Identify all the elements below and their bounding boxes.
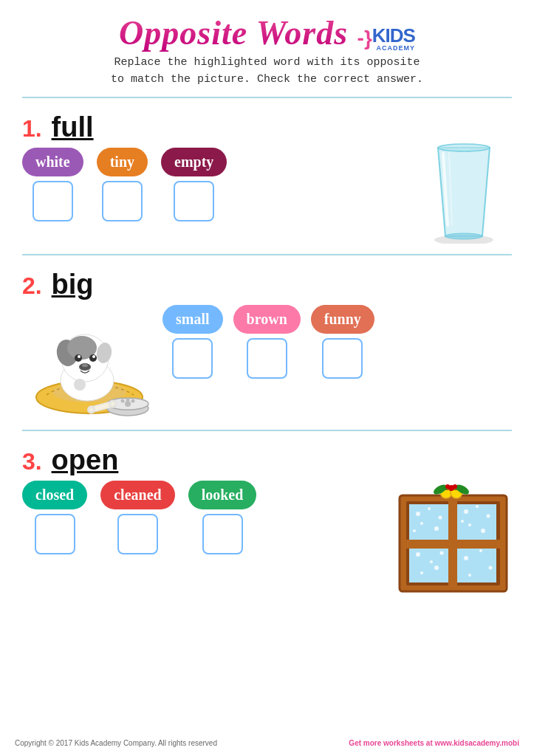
title-row: Opposite Words -} KIDS ACADEMY: [22, 13, 512, 55]
svg-point-39: [413, 529, 416, 532]
kids-logo: -} KIDS ACADEMY: [357, 24, 415, 52]
svg-point-64: [445, 484, 450, 489]
checkbox-looked[interactable]: [202, 514, 243, 554]
svg-point-1: [438, 144, 490, 151]
section-1-choices: white tiny empty: [22, 148, 401, 221]
divider-1: [22, 254, 512, 255]
checkbox-brown[interactable]: [247, 338, 287, 379]
badge-cleaned[interactable]: cleaned: [100, 481, 174, 509]
svg-point-37: [420, 522, 423, 525]
svg-point-40: [464, 509, 468, 514]
svg-rect-32: [409, 546, 451, 583]
question-3-number: 3.: [22, 448, 42, 475]
question-1-number: 1.: [22, 115, 42, 142]
header: Opposite Words -} KIDS ACADEMY Replace t…: [22, 13, 512, 88]
choice-3-2: cleaned: [100, 481, 174, 554]
badge-brown[interactable]: brown: [233, 305, 301, 334]
dog-image: [22, 305, 155, 419]
divider-top: [22, 97, 512, 98]
svg-point-8: [120, 399, 124, 403]
svg-point-65: [453, 484, 457, 489]
question-1-word: full: [52, 111, 94, 142]
svg-point-36: [438, 516, 442, 520]
choice-1-2: tiny: [97, 148, 148, 221]
svg-point-49: [420, 571, 423, 574]
section-3-content: closed cleaned looked: [22, 481, 512, 595]
svg-point-53: [488, 566, 492, 570]
section-2-choices: small brown funny: [162, 305, 512, 379]
svg-point-38: [434, 526, 439, 531]
badge-funny[interactable]: funny: [311, 305, 374, 334]
logo-arrow: -}: [357, 27, 372, 50]
svg-point-34: [416, 512, 420, 516]
checkbox-white[interactable]: [32, 181, 73, 221]
svg-point-51: [464, 556, 468, 560]
window-image: [394, 481, 512, 595]
badge-white[interactable]: white: [22, 148, 83, 176]
glass-image: [416, 140, 512, 244]
section-1: 1. full white tiny empty: [22, 106, 512, 247]
footer: Copyright © 2017 Kids Academy Company. A…: [0, 739, 534, 747]
svg-point-7: [125, 401, 131, 407]
svg-rect-33: [455, 546, 496, 583]
svg-point-47: [430, 560, 433, 563]
question-2-number: 2.: [22, 272, 42, 299]
badge-small[interactable]: small: [162, 305, 223, 334]
section-2-content: small brown funny: [22, 305, 512, 419]
badge-tiny[interactable]: tiny: [97, 148, 148, 176]
choice-3-1: closed: [22, 481, 87, 554]
svg-point-9: [126, 398, 129, 402]
svg-point-42: [486, 515, 490, 518]
choice-2-2: brown: [233, 305, 301, 379]
badge-looked[interactable]: looked: [188, 481, 257, 509]
choice-1-3: empty: [161, 148, 227, 221]
svg-point-54: [468, 574, 471, 577]
choice-1-1: white: [22, 148, 83, 221]
svg-point-23: [78, 355, 81, 358]
footer-copyright: Copyright © 2017 Kids Academy Company. A…: [15, 739, 217, 747]
checkbox-small[interactable]: [172, 338, 213, 379]
section-2: 2. big: [22, 263, 512, 422]
svg-rect-56: [406, 540, 500, 549]
svg-point-41: [476, 505, 479, 508]
choice-2-1: small: [162, 305, 223, 379]
badge-empty[interactable]: empty: [161, 148, 227, 176]
question-2-word: big: [52, 269, 94, 300]
svg-point-52: [479, 549, 482, 552]
svg-point-48: [439, 551, 443, 555]
checkbox-cleaned[interactable]: [117, 514, 158, 554]
question-3-label: 3. open: [22, 444, 512, 476]
subtitle: Replace the highlighted word with its op…: [22, 55, 512, 88]
section-3-choices: closed cleaned looked: [22, 481, 373, 554]
svg-rect-31: [455, 504, 496, 541]
svg-point-10: [131, 399, 134, 403]
page-title: Opposite Words: [119, 13, 348, 52]
svg-point-46: [416, 552, 420, 557]
badge-closed[interactable]: closed: [22, 481, 87, 509]
section-1-content: white tiny empty: [22, 148, 512, 244]
page: Opposite Words -} KIDS ACADEMY Replace t…: [0, 0, 534, 756]
svg-point-35: [428, 507, 431, 510]
question-3-word: open: [52, 444, 119, 475]
checkbox-tiny[interactable]: [102, 181, 143, 221]
footer-website: Get more worksheets at www.kidsacademy.m…: [349, 739, 519, 747]
checkbox-empty[interactable]: [174, 181, 214, 221]
svg-point-45: [461, 520, 464, 523]
svg-point-44: [481, 529, 485, 533]
question-1-label: 1. full: [22, 111, 512, 143]
section-3: 3. open closed cleaned looked: [22, 439, 512, 598]
svg-point-50: [434, 566, 439, 570]
divider-2: [22, 430, 512, 431]
svg-point-24: [92, 355, 95, 358]
checkbox-funny[interactable]: [322, 338, 363, 379]
logo-academy: ACADEMY: [376, 44, 415, 52]
choice-2-3: funny: [311, 305, 374, 379]
svg-point-27: [74, 379, 86, 391]
question-2-label: 2. big: [22, 269, 512, 300]
choice-3-3: looked: [188, 481, 257, 554]
svg-point-26: [82, 364, 88, 367]
svg-point-2: [445, 233, 482, 239]
checkbox-closed[interactable]: [35, 514, 75, 554]
svg-point-43: [468, 523, 471, 526]
